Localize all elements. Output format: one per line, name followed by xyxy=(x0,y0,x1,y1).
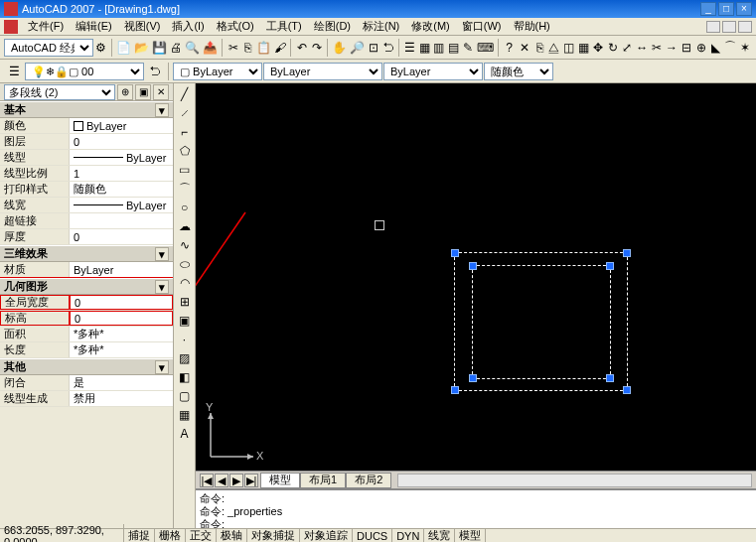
collapse-icon[interactable]: ▾ xyxy=(155,360,169,374)
circle-icon[interactable]: ○ xyxy=(176,199,194,216)
pickadd-icon[interactable]: ⊕ xyxy=(117,84,133,100)
mirror-icon[interactable]: ⧋ xyxy=(547,38,561,58)
sheet-set-icon[interactable]: ▤ xyxy=(447,38,461,58)
prop-value[interactable]: 0 xyxy=(70,229,173,244)
prop-row[interactable]: 图层0 xyxy=(0,134,173,150)
match-icon[interactable]: 🖌 xyxy=(273,38,287,58)
menu-item[interactable]: 格式(O) xyxy=(211,19,260,34)
menu-item[interactable]: 标注(N) xyxy=(357,19,405,34)
grip-icon[interactable] xyxy=(606,374,614,382)
prop-row[interactable]: 线型生成禁用 xyxy=(0,391,173,407)
trim-icon[interactable]: ✂ xyxy=(650,38,664,58)
table-icon[interactable]: ▦ xyxy=(176,406,194,424)
collapse-icon[interactable]: ▾ xyxy=(155,280,169,294)
layer-prev-icon[interactable]: ⮌ xyxy=(145,62,165,81)
collapse-icon[interactable]: ▾ xyxy=(155,103,169,117)
menu-item[interactable]: 文件(F) xyxy=(22,19,70,34)
arc-icon[interactable]: ⌒ xyxy=(176,180,194,198)
prop-value[interactable]: *多种* xyxy=(70,342,173,357)
point-icon[interactable]: · xyxy=(176,331,194,348)
grip-icon[interactable] xyxy=(469,262,477,270)
rotate-icon[interactable]: ↻ xyxy=(606,38,620,58)
region-icon[interactable]: ▢ xyxy=(176,387,194,405)
preview-icon[interactable]: 🔍 xyxy=(184,38,201,58)
group-header[interactable]: 三维效果▾ xyxy=(0,245,173,262)
hatch-icon[interactable]: ▨ xyxy=(176,349,194,367)
prop-value[interactable]: 0 xyxy=(70,311,173,326)
menu-item[interactable]: 修改(M) xyxy=(405,19,456,34)
markup-icon[interactable]: ✎ xyxy=(461,38,475,58)
prop-value[interactable]: 禁用 xyxy=(70,391,173,406)
stretch-icon[interactable]: ↔ xyxy=(635,38,649,58)
status-toggle[interactable]: 模型 xyxy=(455,529,486,542)
properties-icon[interactable]: ☰ xyxy=(403,38,417,58)
prop-row[interactable]: 面积*多种* xyxy=(0,327,173,342)
offset-icon[interactable]: ◫ xyxy=(562,38,576,58)
prop-value[interactable]: 1 xyxy=(70,166,173,181)
pan-icon[interactable]: ✋ xyxy=(331,38,348,58)
menu-item[interactable]: 窗口(W) xyxy=(456,19,508,34)
status-toggle[interactable]: 正交 xyxy=(186,529,217,542)
array-icon[interactable]: ▦ xyxy=(576,38,590,58)
prop-row[interactable]: 全局宽度0 xyxy=(0,295,173,311)
layout-tab[interactable]: 模型 xyxy=(260,473,300,488)
prop-row[interactable]: 线型ByLayer xyxy=(0,150,173,166)
gradient-icon[interactable]: ◧ xyxy=(176,368,194,386)
prop-value[interactable]: ByLayer xyxy=(70,118,173,133)
status-toggle[interactable]: 栅格 xyxy=(155,529,186,542)
prop-row[interactable]: 厚度0 xyxy=(0,229,173,245)
spline-icon[interactable]: ∿ xyxy=(176,236,194,254)
menu-item[interactable]: 绘图(D) xyxy=(308,19,357,34)
break-icon[interactable]: ⊟ xyxy=(680,38,693,58)
doc-restore-button[interactable] xyxy=(722,21,736,33)
redo-icon[interactable]: ↷ xyxy=(310,38,324,58)
status-toggle[interactable]: 极轴 xyxy=(217,529,247,542)
prop-value[interactable]: 0 xyxy=(70,134,173,149)
prop-row[interactable]: 线型比例1 xyxy=(0,166,173,182)
selection-combo[interactable]: 多段线 (2) xyxy=(4,84,115,100)
minimize-button[interactable]: _ xyxy=(700,2,716,16)
prop-row[interactable]: 颜色ByLayer xyxy=(0,118,173,134)
prop-row[interactable]: 线宽ByLayer xyxy=(0,198,173,213)
new-icon[interactable]: 📄 xyxy=(115,38,132,58)
status-toggle[interactable]: 线宽 xyxy=(424,529,455,542)
prop-row[interactable]: 超链接 xyxy=(0,213,173,229)
linetype-combo[interactable]: ByLayer xyxy=(263,63,382,80)
close-button[interactable]: × xyxy=(736,2,752,16)
mtext-icon[interactable]: A xyxy=(176,425,194,443)
prop-row[interactable]: 打印样式随颜色 xyxy=(0,182,173,198)
open-icon[interactable]: 📂 xyxy=(133,38,150,58)
group-header[interactable]: 几何图形▾ xyxy=(0,278,173,295)
layer-combo[interactable]: 💡❄🔒▢ 00 xyxy=(25,63,144,80)
plot-icon[interactable]: 🖨 xyxy=(169,38,183,58)
status-toggle[interactable]: 捕捉 xyxy=(124,529,155,542)
prop-value[interactable]: ByLayer xyxy=(70,198,173,212)
grip-icon[interactable] xyxy=(623,386,631,394)
doc-minimize-button[interactable] xyxy=(706,21,720,33)
select-obj-icon[interactable]: ▣ xyxy=(135,84,151,100)
prop-value[interactable]: *多种* xyxy=(70,327,173,341)
revcloud-icon[interactable]: ☁ xyxy=(176,217,194,235)
paste-icon[interactable]: 📋 xyxy=(255,38,272,58)
zoom-win-icon[interactable]: ⊡ xyxy=(367,38,380,58)
menu-item[interactable]: 编辑(E) xyxy=(70,19,118,34)
chamfer-icon[interactable]: ◣ xyxy=(708,38,722,58)
grip-icon[interactable] xyxy=(451,386,459,394)
calc-icon[interactable]: ⌨ xyxy=(476,38,495,58)
layout-tab[interactable]: 布局1 xyxy=(300,473,346,488)
tab-nav-button[interactable]: ▶ xyxy=(229,474,243,487)
maximize-button[interactable]: □ xyxy=(718,2,734,16)
rectangle-icon[interactable]: ▭ xyxy=(176,161,194,179)
doc-close-button[interactable] xyxy=(738,21,752,33)
menu-item[interactable]: 帮助(H) xyxy=(508,19,556,34)
tab-nav-button[interactable]: ▶| xyxy=(244,474,258,487)
menu-item[interactable]: 插入(I) xyxy=(166,19,210,34)
status-toggle[interactable]: DUCS xyxy=(353,529,392,542)
zoom-rt-icon[interactable]: 🔎 xyxy=(349,38,366,58)
status-toggle[interactable]: 对象追踪 xyxy=(300,529,353,542)
extend-icon[interactable]: → xyxy=(665,38,679,58)
ellipse-icon[interactable]: ⬭ xyxy=(176,255,194,273)
prop-row[interactable]: 标高0 xyxy=(0,311,173,327)
menu-item[interactable]: 视图(V) xyxy=(118,19,167,34)
block-make-icon[interactable]: ▣ xyxy=(176,312,194,330)
